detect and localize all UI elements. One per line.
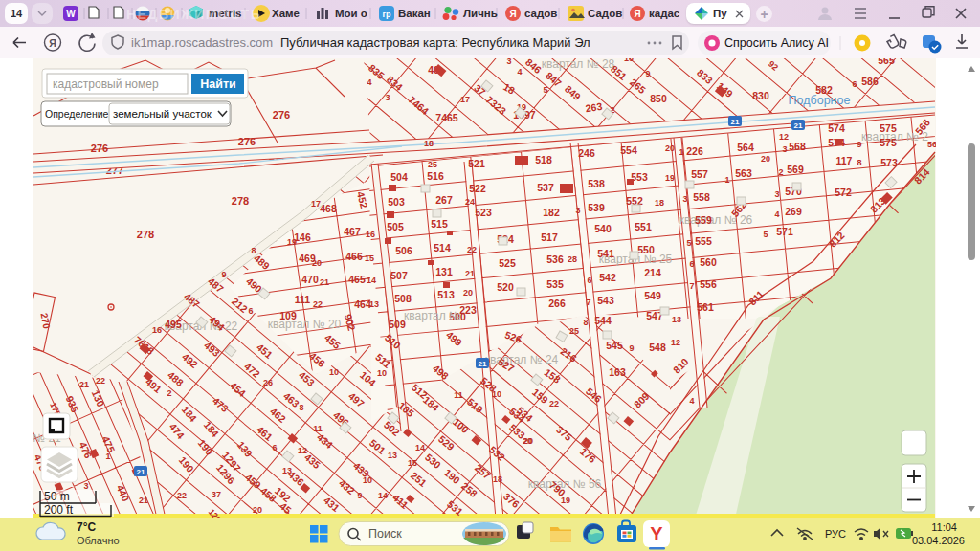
svg-text:564: 564 (737, 142, 754, 153)
svg-text:505: 505 (387, 221, 404, 232)
svg-text:830: 830 (752, 90, 769, 101)
svg-text:555: 555 (695, 235, 712, 247)
svg-text:20: 20 (665, 143, 675, 153)
svg-text:гр: гр (382, 10, 391, 19)
svg-text:кадастровый номер: кадастровый номер (53, 77, 159, 91)
svg-text:квартал № 28: квартал № 28 (542, 58, 615, 71)
svg-text:214: 214 (644, 267, 661, 278)
svg-text:550: 550 (637, 244, 655, 255)
svg-text:223: 223 (459, 304, 477, 316)
svg-text:543: 543 (597, 295, 614, 306)
svg-text:520: 520 (497, 281, 514, 293)
svg-text:10: 10 (329, 367, 339, 377)
svg-text:3: 3 (774, 189, 779, 199)
svg-text:21: 21 (794, 121, 803, 130)
svg-text:4: 4 (367, 77, 371, 87)
svg-text:850: 850 (650, 93, 667, 104)
svg-text:Поиск: Поиск (368, 527, 402, 540)
svg-text:8: 8 (251, 246, 256, 255)
svg-text:542: 542 (599, 272, 616, 283)
svg-text:Спросить Алису AI: Спросить Алису AI (724, 36, 829, 50)
svg-text:22: 22 (467, 245, 477, 254)
svg-text:3: 3 (575, 206, 580, 215)
svg-text:537: 537 (537, 182, 554, 193)
svg-text:263: 263 (585, 100, 603, 114)
svg-text:514: 514 (434, 242, 451, 253)
svg-text:548: 548 (649, 342, 666, 353)
svg-text:467: 467 (344, 226, 361, 237)
svg-text:276: 276 (238, 136, 256, 147)
svg-text:535: 535 (546, 278, 564, 290)
svg-text:18: 18 (493, 474, 502, 484)
svg-text:226: 226 (686, 145, 703, 157)
svg-text:182: 182 (543, 207, 560, 218)
svg-text:20: 20 (463, 288, 473, 298)
svg-text:19: 19 (561, 496, 570, 505)
svg-text:571: 571 (776, 226, 793, 237)
svg-text:4: 4 (689, 396, 694, 406)
svg-text:4: 4 (517, 67, 522, 77)
svg-text:9: 9 (857, 140, 861, 149)
svg-text:14: 14 (378, 491, 388, 500)
svg-text:Определение:: Определение: (45, 108, 111, 120)
svg-text:Я: Я (509, 9, 516, 19)
svg-text:7: 7 (586, 298, 590, 307)
svg-text:522: 522 (469, 183, 486, 194)
svg-text:278: 278 (232, 195, 249, 207)
svg-text:19: 19 (665, 173, 675, 183)
svg-text:Найти: Найти (200, 77, 235, 91)
svg-text:563: 563 (735, 167, 752, 179)
svg-text:10: 10 (363, 475, 372, 485)
svg-text:5: 5 (763, 230, 768, 239)
svg-text:200 ft: 200 ft (44, 503, 74, 517)
svg-text:25: 25 (569, 326, 579, 336)
svg-text:20: 20 (312, 258, 322, 268)
svg-text:582: 582 (815, 84, 833, 96)
svg-text:22: 22 (96, 376, 105, 386)
svg-text:565: 565 (878, 58, 895, 66)
svg-text:541: 541 (597, 248, 614, 259)
svg-text:266: 266 (548, 298, 566, 309)
svg-text:14: 14 (415, 443, 425, 452)
svg-text:12: 12 (298, 446, 307, 455)
svg-text:575: 575 (880, 122, 897, 134)
svg-text:2: 2 (778, 167, 783, 177)
svg-text:551: 551 (635, 221, 652, 232)
svg-text:13: 13 (388, 451, 397, 460)
svg-text:37: 37 (212, 490, 221, 499)
svg-text:246: 246 (578, 147, 595, 159)
svg-text:19: 19 (287, 237, 297, 247)
svg-text:503: 503 (388, 196, 405, 208)
svg-text:509: 509 (389, 319, 406, 330)
svg-text:20: 20 (761, 154, 770, 164)
svg-text:6: 6 (248, 306, 253, 316)
svg-text:21: 21 (137, 468, 145, 476)
svg-text:111: 111 (295, 294, 311, 305)
svg-text:3: 3 (506, 58, 511, 66)
svg-text:561: 561 (697, 301, 714, 313)
svg-text:18: 18 (655, 198, 664, 208)
svg-text:Публичная кадастровая карта: Р: Публичная кадастровая карта: Республика … (280, 35, 590, 50)
svg-text:3: 3 (83, 481, 88, 491)
svg-text:12: 12 (671, 338, 680, 347)
svg-text:W: W (66, 9, 76, 19)
svg-text:Облачно: Облачно (77, 535, 120, 546)
svg-text:3: 3 (682, 194, 687, 204)
svg-text:Y: Y (650, 523, 663, 544)
svg-text:549: 549 (644, 290, 661, 301)
svg-text:539: 539 (588, 202, 605, 213)
svg-text:21: 21 (465, 269, 475, 278)
svg-text:22: 22 (549, 399, 559, 408)
svg-text:572: 572 (835, 187, 852, 198)
svg-text:560: 560 (700, 256, 717, 268)
svg-text:4: 4 (774, 209, 779, 219)
svg-text:15: 15 (365, 253, 374, 263)
svg-text:568: 568 (789, 141, 806, 152)
svg-text:569: 569 (787, 164, 804, 175)
svg-text:8: 8 (583, 318, 588, 327)
svg-text:22: 22 (313, 299, 323, 309)
svg-text:21: 21 (731, 118, 740, 126)
svg-text:466: 466 (345, 251, 363, 262)
svg-text:557: 557 (691, 168, 708, 180)
svg-text:536: 536 (546, 253, 564, 265)
